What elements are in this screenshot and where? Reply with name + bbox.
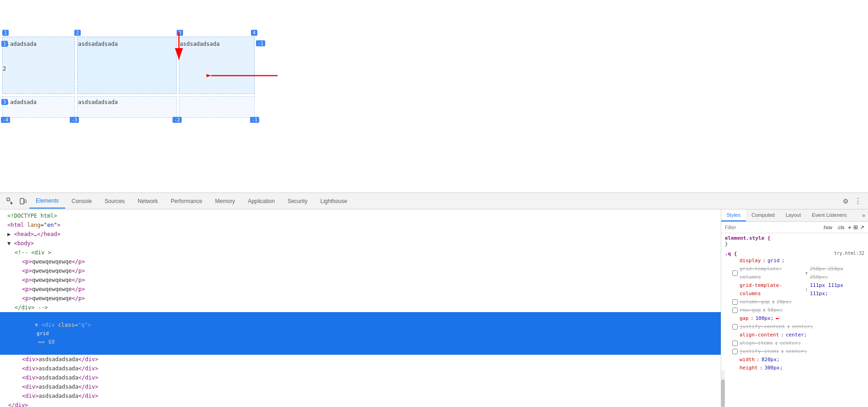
grid-neg-num--3: -3	[70, 117, 79, 123]
grid-neg-num--4: -4	[1, 117, 10, 123]
grid-row-badge-3: 3	[1, 99, 8, 105]
browser-viewport: 1 2 3 4 -1 2 as adadsada asdsadadsada as…	[0, 0, 868, 192]
red-arrow-down	[161, 30, 197, 66]
grid-text-r1c2-text: asdsadadsada	[78, 41, 118, 47]
grid-text-r1c1-text: adadsada	[10, 41, 37, 47]
grid-col-num-2: 2	[74, 30, 81, 36]
grid-col-num-4: 4	[251, 30, 257, 36]
grid-neg-num--1: -1	[250, 117, 259, 123]
grid-row-badge-1: 1	[1, 41, 8, 47]
grid-col-num-1: 1	[2, 30, 9, 36]
grid-cell-r2c3	[179, 96, 255, 118]
grid-text-r2c1-text: adadsada	[10, 99, 37, 105]
grid-col-neg-1-right: -1	[256, 40, 265, 46]
grid-row-label-2: 2	[3, 66, 6, 72]
grid-text-r2c2-text: asdsadadsada	[78, 99, 118, 105]
grid-neg-num--2: -2	[172, 117, 182, 123]
red-arrow-left	[206, 66, 280, 85]
